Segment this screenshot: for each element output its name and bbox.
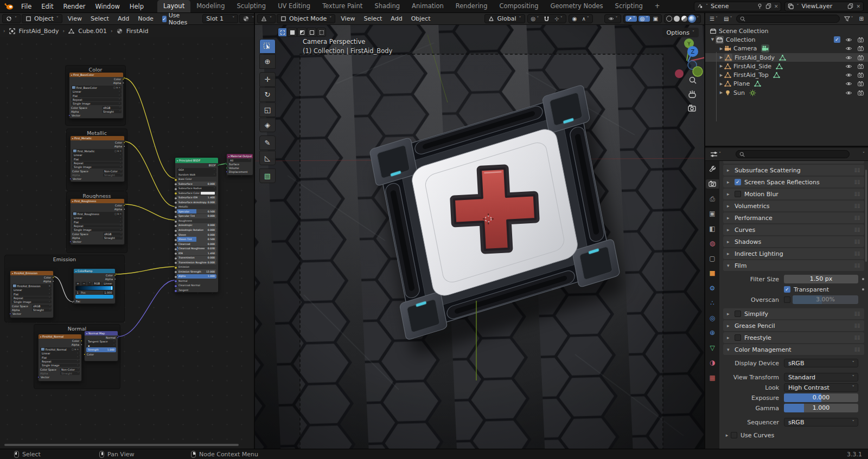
ramp-remove-button[interactable]: −	[81, 282, 86, 286]
tab-constraints[interactable]: ⊕	[706, 328, 719, 338]
outliner-row-camera[interactable]: ▶ Camera	[705, 44, 868, 53]
node-dropdown[interactable]: Single Image	[40, 364, 80, 367]
bsdf-property-row[interactable]: Clearcoat0.000	[177, 242, 216, 246]
outliner-row-sun[interactable]: ▶ Sun	[705, 88, 868, 97]
viewport-menu-item[interactable]: Add	[386, 15, 406, 22]
bsdf-property-row[interactable]: Specular0.500	[177, 209, 216, 214]
ramp-interpolation-dropdown[interactable]: Linear	[103, 282, 114, 286]
node-dropdown[interactable]: Linear	[72, 216, 123, 220]
tab-collection[interactable]: ▢	[706, 254, 719, 263]
node-editor-hscrollbar[interactable]	[4, 444, 239, 446]
tab-scene[interactable]: ◧	[706, 224, 719, 233]
tab-output[interactable]: ⎙	[706, 194, 719, 203]
workspace-tab[interactable]: Modeling	[190, 0, 231, 12]
disable-render-icon[interactable]	[857, 45, 864, 52]
proportional-editing-icon[interactable]: ◉	[571, 16, 579, 22]
panel-header[interactable]: ▸ Freestyle ⣿⣿	[723, 332, 864, 343]
panel-drag-dots[interactable]: ⣿⣿	[854, 240, 860, 244]
bsdf-property-row[interactable]: Normal	[177, 279, 216, 283]
topbar-menu-item[interactable]: Render	[59, 3, 91, 10]
socket-fac-in[interactable]	[73, 300, 75, 302]
socket-color-in[interactable]	[84, 353, 86, 355]
animate-dot[interactable]	[862, 288, 864, 290]
viewlayer-selector[interactable]: ˅ ViewLayer ✕	[784, 2, 864, 11]
tab-physics[interactable]: ◎	[706, 313, 719, 322]
node-dropdown[interactable]: Repeat	[71, 98, 122, 102]
normalmap-uvmap-field[interactable]: ▪	[86, 344, 116, 347]
image-new-icon[interactable]: ⧉	[116, 86, 118, 89]
image-new-icon[interactable]: ⧉	[74, 348, 76, 351]
tool-add-cube[interactable]: ▧	[259, 169, 276, 183]
normalmap-strength-slider[interactable]: Strength1.000	[86, 347, 116, 352]
properties-editor-icon[interactable]: ˅	[709, 151, 723, 158]
properties-search-input[interactable]	[736, 150, 850, 158]
alpha-dropdown[interactable]: Straight	[102, 110, 122, 113]
socket-displacement-in[interactable]	[226, 171, 228, 173]
bsdf-property-row[interactable]: Clearcoat Roughness0.030	[177, 247, 216, 251]
show-gizmo-icon[interactable]: ➚˅	[626, 16, 636, 22]
snap-pivot-icon[interactable]: ◎˅	[529, 16, 541, 22]
image-selector[interactable]: First_Roughness▢⧉✕	[72, 212, 123, 216]
panel-depth-of-field-partial[interactable]: Depth of Field	[723, 161, 864, 164]
image-selector[interactable]: FirstAid_Normal▢⧉✕	[40, 347, 80, 352]
node-image-texture-metallic[interactable]: ▾First_Metallic Color Alpha First_Metall…	[70, 135, 125, 182]
mode-dropdown[interactable]: Object Mode ˅	[277, 14, 335, 23]
panel-checkbox[interactable]	[735, 311, 741, 317]
workspace-tab[interactable]: Compositing	[493, 0, 544, 12]
node-dropdown[interactable]: Repeat	[12, 296, 52, 300]
node-dropdown[interactable]: Single Image	[71, 102, 122, 106]
tab-modifiers[interactable]: ⚙	[706, 283, 719, 293]
panel-header[interactable]: ▸ Subsurface Scattering ⣿⣿	[723, 165, 864, 176]
panel-drag-dots[interactable]: ⣿⣿	[854, 335, 860, 340]
tab-particles[interactable]: ∴	[706, 299, 719, 308]
node-dropdown[interactable]: Flat	[72, 157, 123, 161]
viewport-menu-item[interactable]: Object	[407, 15, 435, 22]
panel-checkbox[interactable]	[735, 334, 741, 341]
scene-selector[interactable]: ˅ Scene ✕	[694, 2, 782, 11]
workspace-tab[interactable]: Animation	[406, 0, 450, 12]
tab-object-data[interactable]: ▽	[706, 343, 719, 352]
bsdf-property-row[interactable]: Sheen Tint0.500	[177, 237, 216, 241]
proportional-falloff-icon[interactable]: ∧˅	[580, 16, 590, 22]
bsdf-property-row[interactable]: Clearcoat Normal	[177, 283, 216, 288]
outliner-search-input[interactable]	[736, 15, 839, 23]
image-browse-icon[interactable]: ▢	[113, 86, 116, 89]
outliner-filter-icon[interactable]: ˅	[843, 16, 855, 22]
node-dropdown[interactable]: Linear	[72, 153, 123, 157]
node-dropdown[interactable]: Repeat	[72, 161, 123, 165]
snap-magnet-icon[interactable]	[542, 16, 551, 22]
node-dropdown[interactable]: Single Image	[12, 300, 52, 304]
expand-icon[interactable]: ▶	[718, 64, 724, 68]
animate-dot[interactable]	[862, 278, 864, 280]
bsdf-property-row[interactable]: Anisotropic0.000	[177, 223, 216, 228]
outliner-row-collection[interactable]: ▼ Collection	[705, 35, 868, 44]
node-dropdown[interactable]: Single Image	[72, 165, 123, 169]
node-dropdown[interactable]: Linear	[71, 90, 122, 94]
workspace-tab[interactable]: UV Editing	[272, 0, 316, 12]
gamma-slider[interactable]: 1.000	[784, 404, 858, 412]
socket-bsdf-out[interactable]	[217, 164, 219, 166]
material-selector[interactable]: ˅ FirstAid ✕	[239, 14, 255, 23]
ramp-gradient[interactable]	[75, 286, 113, 290]
node-dropdown[interactable]: Repeat	[72, 224, 123, 228]
object-visibility-icon[interactable]: ˅	[607, 16, 619, 22]
socket-color-out[interactable]	[122, 78, 124, 80]
alpha-dropdown[interactable]: Straight	[60, 372, 80, 375]
bsdf-property-row[interactable]: Subsurface Radius	[177, 186, 216, 191]
node-material-output[interactable]: ▾Material Output All Surface Volume Disp…	[226, 153, 253, 176]
use-nodes-checkbox[interactable]: ✓	[162, 16, 167, 22]
socket-color-out[interactable]	[123, 141, 125, 144]
node-normal-map[interactable]: ▾Normal Map Normal Tangent Space ▪ Stren…	[84, 331, 118, 361]
expand-icon[interactable]: ▶	[718, 55, 724, 60]
bsdf-property-row[interactable]: Alpha1.000	[177, 274, 216, 279]
hide-eye-icon[interactable]	[845, 63, 852, 70]
workspace-tab[interactable]: +	[649, 0, 666, 12]
node-image-texture-emission[interactable]: ▾FirstAid_Emission Color Alpha FirstAid_…	[10, 270, 54, 318]
bsdf-property-row[interactable]: Specular Tint0.000	[177, 214, 216, 218]
tab-tool[interactable]	[706, 164, 719, 173]
bsdf-property-row[interactable]: IOR1.450	[177, 251, 216, 255]
bsdf-property-row[interactable]: Subsurface0.000	[177, 182, 216, 186]
tool-move[interactable]: ✛	[259, 72, 276, 87]
node-dropdown[interactable]: Flat	[40, 355, 80, 359]
tab-world[interactable]: ◍	[706, 239, 719, 248]
